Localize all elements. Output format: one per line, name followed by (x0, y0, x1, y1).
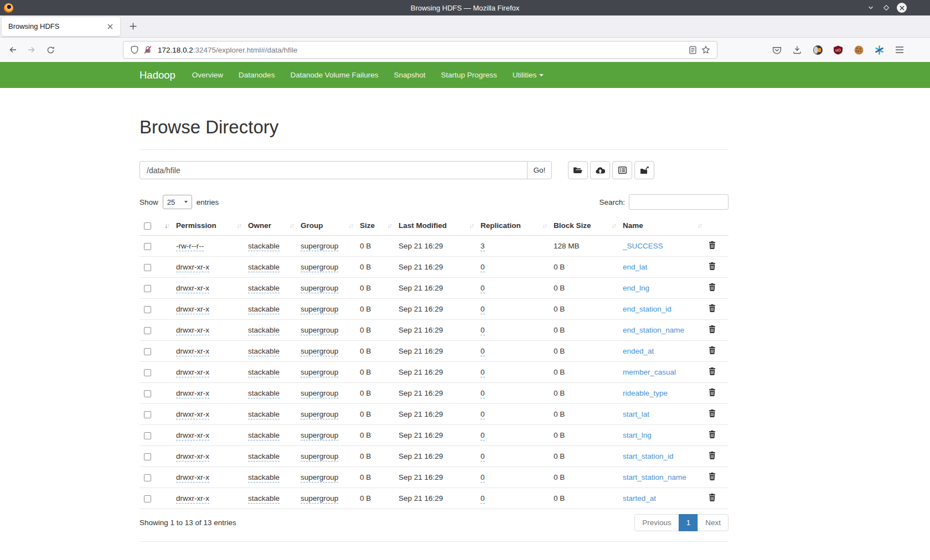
group-cell[interactable]: supergroup (301, 410, 338, 419)
go-button[interactable]: Go! (527, 161, 552, 179)
replication-cell[interactable]: 0 (480, 431, 485, 440)
owner-cell[interactable]: stackable (248, 242, 280, 251)
search-input[interactable] (629, 194, 728, 210)
maximize-icon[interactable] (881, 3, 891, 13)
nav-item[interactable]: Overview (184, 71, 231, 79)
group-cell[interactable]: supergroup (301, 284, 338, 293)
row-checkbox[interactable] (144, 474, 151, 481)
sparkle-extension-icon[interactable] (873, 44, 885, 56)
group-cell[interactable]: supergroup (301, 242, 338, 251)
replication-cell[interactable]: 0 (480, 284, 485, 293)
owner-cell[interactable]: stackable (248, 263, 280, 272)
reload-icon[interactable] (42, 42, 59, 58)
file-name-link[interactable]: end_lat (623, 263, 647, 271)
permission-cell[interactable]: drwxr-xr-x (176, 452, 209, 462)
permission-cell[interactable]: drwxr-xr-x (176, 368, 209, 377)
replication-cell[interactable]: 0 (480, 326, 485, 335)
row-checkbox[interactable] (144, 369, 151, 376)
col-owner[interactable]: Owner↓↑ (244, 216, 296, 236)
owner-cell[interactable]: stackable (248, 431, 280, 440)
bookmark-star-icon[interactable] (699, 43, 712, 56)
file-name-link[interactable]: started_at (623, 494, 656, 502)
replication-cell[interactable]: 0 (480, 263, 485, 272)
replication-cell[interactable]: 0 (480, 473, 485, 483)
delete-trash-icon[interactable] (709, 494, 716, 501)
create-directory-button[interactable] (568, 161, 588, 179)
replication-cell[interactable]: 3 (480, 242, 485, 251)
row-checkbox[interactable] (144, 243, 151, 250)
menu-hamburger-icon[interactable] (893, 44, 906, 56)
select-all-header[interactable]: ↓↑ (140, 216, 172, 236)
cookie-extension-icon[interactable] (852, 44, 865, 56)
row-checkbox[interactable] (144, 327, 151, 334)
shield-icon[interactable] (128, 43, 141, 56)
tab-close-icon[interactable] (105, 21, 116, 32)
owner-cell[interactable]: stackable (248, 368, 280, 377)
delete-trash-icon[interactable] (709, 262, 716, 270)
col-block-size[interactable]: Block Size↓↑ (549, 216, 618, 236)
file-list-button[interactable] (612, 161, 632, 179)
new-tab-button[interactable] (125, 18, 141, 35)
group-cell[interactable]: supergroup (301, 389, 338, 398)
nav-item[interactable]: Datanode Volume Failures (282, 71, 386, 79)
row-checkbox[interactable] (144, 306, 151, 313)
file-name-link[interactable]: _SUCCESS (623, 242, 663, 250)
owner-cell[interactable]: stackable (248, 305, 280, 314)
col-permission[interactable]: Permission↓↑ (172, 216, 244, 236)
delete-trash-icon[interactable] (709, 431, 716, 438)
row-checkbox[interactable] (144, 411, 151, 418)
permission-cell[interactable]: drwxr-xr-x (176, 284, 209, 293)
select-all-checkbox[interactable] (144, 222, 151, 230)
row-checkbox[interactable] (144, 432, 151, 439)
upload-files-button[interactable] (590, 161, 610, 179)
nav-item[interactable]: Datanodes (231, 71, 282, 79)
owner-cell[interactable]: stackable (248, 494, 280, 504)
row-checkbox[interactable] (144, 348, 151, 355)
permission-cell[interactable]: drwxr-xr-x (176, 326, 209, 335)
file-name-link[interactable]: start_station_name (623, 473, 686, 481)
replication-cell[interactable]: 0 (480, 305, 485, 314)
owner-cell[interactable]: stackable (248, 347, 280, 356)
page-size-select[interactable]: 25 (163, 195, 192, 209)
delete-trash-icon[interactable] (709, 283, 716, 291)
row-checkbox[interactable] (144, 495, 151, 502)
owner-cell[interactable]: stackable (248, 473, 280, 483)
row-checkbox[interactable] (144, 285, 151, 292)
nav-item[interactable]: Startup Progress (433, 71, 505, 79)
sort-icon[interactable]: ↓↑ (469, 222, 474, 229)
sort-icon[interactable]: ↓↑ (612, 222, 616, 229)
group-cell[interactable]: supergroup (301, 263, 338, 272)
group-cell[interactable]: supergroup (301, 305, 338, 314)
replication-cell[interactable]: 0 (480, 368, 485, 377)
close-window-icon[interactable] (897, 3, 907, 13)
permission-cell[interactable]: drwxr-xr-x (176, 347, 209, 356)
group-cell[interactable]: supergroup (301, 347, 338, 356)
delete-trash-icon[interactable] (709, 388, 716, 396)
permission-cell[interactable]: -rw-r--r-- (176, 242, 204, 251)
replication-cell[interactable]: 0 (480, 389, 485, 398)
file-name-link[interactable]: end_station_name (623, 326, 684, 334)
col-last-modified[interactable]: Last Modified↓↑ (394, 216, 476, 236)
file-name-link[interactable]: member_casual (623, 368, 676, 376)
delete-trash-icon[interactable] (709, 304, 716, 312)
delete-trash-icon[interactable] (709, 241, 716, 249)
previous-page-button[interactable]: Previous (634, 514, 679, 531)
pocket-icon[interactable] (771, 44, 783, 56)
owner-cell[interactable]: stackable (248, 410, 280, 419)
sort-icon[interactable]: ↓↑ (542, 222, 547, 229)
owner-cell[interactable]: stackable (248, 326, 280, 335)
replication-cell[interactable]: 0 (480, 347, 485, 356)
owner-cell[interactable]: stackable (248, 452, 280, 462)
file-name-link[interactable]: end_lng (623, 284, 649, 292)
delete-trash-icon[interactable] (709, 409, 716, 417)
row-checkbox[interactable] (144, 390, 151, 397)
file-name-link[interactable]: start_station_id (623, 452, 674, 460)
sort-icon[interactable]: ↓↑ (388, 222, 392, 229)
group-cell[interactable]: supergroup (301, 368, 338, 377)
col-replication[interactable]: Replication↓↑ (476, 216, 549, 236)
owner-cell[interactable]: stackable (248, 389, 280, 398)
forward-icon[interactable] (23, 42, 40, 58)
permission-cell[interactable]: drwxr-xr-x (176, 263, 209, 272)
file-name-link[interactable]: start_lat (623, 410, 649, 418)
permission-cell[interactable]: drwxr-xr-x (176, 305, 209, 314)
